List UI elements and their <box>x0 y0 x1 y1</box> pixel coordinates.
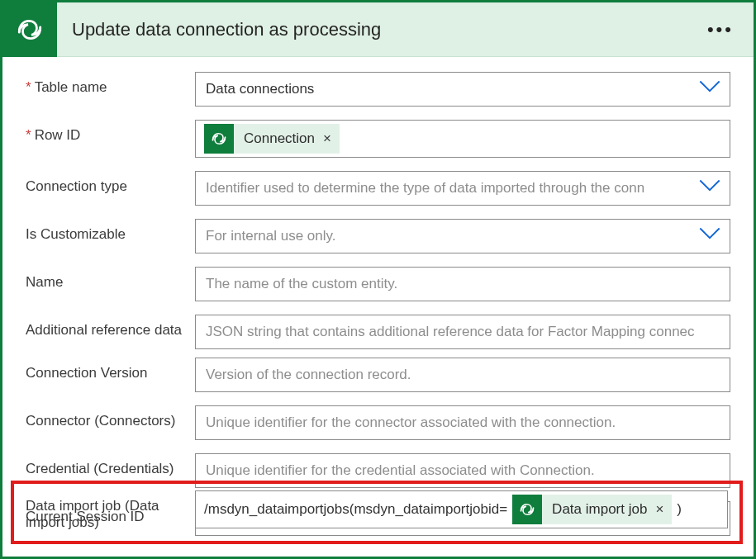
more-actions-button[interactable]: ••• <box>707 19 734 40</box>
name-placeholder: The name of the custom entity. <box>206 276 397 292</box>
label-row-id: Row ID <box>26 120 195 144</box>
label-connector: Connector (Connectors) <box>26 405 195 429</box>
expression-prefix: /msdyn_dataimportjobs(msdyn_dataimportjo… <box>204 501 507 518</box>
dataverse-icon <box>512 495 542 524</box>
row-table-name: Table name Data connections <box>26 72 730 107</box>
form-body: Table name Data connections Row ID <box>2 57 754 536</box>
row-name: Name The name of the custom entity. <box>26 267 730 301</box>
connection-version-placeholder: Version of the connection record. <box>206 367 411 383</box>
chevron-down-icon <box>698 226 721 247</box>
is-customizable-dropdown[interactable]: For internal use only. <box>195 219 730 253</box>
token-label: Data import job <box>542 501 654 518</box>
chevron-down-icon <box>698 79 721 100</box>
label-connection-type: Connection type <box>26 171 195 195</box>
row-is-customizable: Is Customizable For internal use only. <box>26 219 730 253</box>
label-name: Name <box>26 267 195 291</box>
label-table-name: Table name <box>26 72 195 96</box>
label-connection-version: Connection Version <box>26 358 195 381</box>
token-remove-icon[interactable]: × <box>654 501 672 518</box>
chevron-down-icon <box>698 178 721 199</box>
token-connection[interactable]: Connection × <box>204 124 340 154</box>
dataverse-icon <box>204 124 234 154</box>
credential-placeholder: Unique identifier for the credential ass… <box>206 462 595 479</box>
row-id-field[interactable]: Connection × <box>195 120 730 158</box>
label-credential: Credential (Credentials) <box>26 453 195 477</box>
token-data-import-job[interactable]: Data import job × <box>512 495 672 524</box>
data-import-job-field[interactable]: /msdyn_dataimportjobs(msdyn_dataimportjo… <box>195 490 728 528</box>
label-is-customizable: Is Customizable <box>26 219 195 243</box>
connector-placeholder: Unique identifier for the connector asso… <box>206 415 616 431</box>
name-input[interactable]: The name of the custom entity. <box>195 267 730 301</box>
table-name-dropdown[interactable]: Data connections <box>195 72 730 107</box>
action-card: Update data connection as processing •••… <box>0 0 756 559</box>
connector-input[interactable]: Unique identifier for the connector asso… <box>195 405 730 440</box>
row-additional-ref: Additional reference data JSON string th… <box>26 315 730 349</box>
row-connection-type: Connection type Identifier used to deter… <box>26 171 730 206</box>
token-label: Connection <box>234 130 321 147</box>
connection-type-dropdown[interactable]: Identifier used to determine the type of… <box>195 171 730 206</box>
connection-version-input[interactable]: Version of the connection record. <box>195 358 730 392</box>
dataverse-icon <box>2 2 57 57</box>
additional-ref-placeholder: JSON string that contains additional ref… <box>206 324 695 340</box>
expression-suffix: ) <box>677 501 682 518</box>
token-remove-icon[interactable]: × <box>321 130 340 147</box>
label-additional-ref: Additional reference data <box>26 315 195 339</box>
card-header: Update data connection as processing ••• <box>2 2 754 57</box>
card-title: Update data connection as processing <box>72 19 707 40</box>
highlighted-row: Data import job (Data import jobs) /msdy… <box>11 481 743 544</box>
connection-type-placeholder: Identifier used to determine the type of… <box>206 180 644 197</box>
row-connection-version: Connection Version Version of the connec… <box>26 358 730 392</box>
label-data-import-job: Data import job (Data import jobs) <box>26 490 195 531</box>
additional-ref-input[interactable]: JSON string that contains additional ref… <box>195 315 730 349</box>
row-connector: Connector (Connectors) Unique identifier… <box>26 405 730 440</box>
row-row-id: Row ID Connection × <box>26 120 730 158</box>
table-name-value: Data connections <box>206 81 314 97</box>
is-customizable-placeholder: For internal use only. <box>206 228 335 244</box>
